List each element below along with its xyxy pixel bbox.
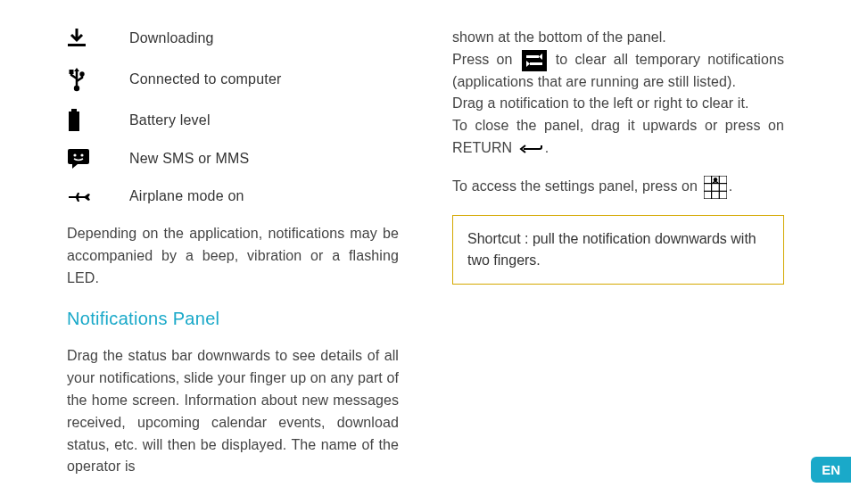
text-span: To close the panel, drag it upwards or p… [452, 118, 784, 155]
text-span: . [729, 178, 733, 194]
svg-point-2 [79, 71, 84, 76]
icon-label: Battery level [129, 112, 211, 128]
download-icon [67, 27, 129, 50]
svg-rect-6 [68, 149, 89, 164]
svg-rect-1 [70, 70, 74, 74]
sms-icon [67, 148, 129, 169]
svg-point-8 [80, 153, 83, 156]
shortcut-box: Shortcut : pull the notification downwar… [452, 215, 784, 285]
svg-rect-4 [71, 109, 77, 112]
right-paragraph-1: shown at the bottom of the panel. Press … [452, 27, 784, 160]
airplane-icon [67, 186, 129, 207]
text-span: To access the settings panel, press on [452, 178, 702, 194]
icon-row: Airplane mode on [67, 186, 399, 207]
text-span: . [545, 140, 549, 155]
svg-rect-5 [69, 112, 79, 131]
svg-rect-9 [526, 55, 539, 58]
icon-row: Downloading [67, 27, 399, 50]
icon-label: Airplane mode on [129, 188, 244, 204]
right-column: shown at the bottom of the panel. Press … [426, 27, 797, 477]
icon-row: New SMS or MMS [67, 148, 399, 169]
text-span: Press on [452, 52, 520, 67]
svg-rect-0 [68, 44, 86, 46]
svg-point-16 [713, 178, 716, 181]
notifications-panel-heading: Notifications Panel [67, 309, 399, 329]
svg-rect-10 [530, 62, 542, 65]
clear-icon [522, 50, 547, 71]
status-icon-list: Downloading Connected to computer [67, 27, 399, 207]
svg-point-7 [73, 153, 76, 156]
svg-point-3 [74, 86, 79, 91]
usb-icon [67, 66, 129, 93]
text-span: shown at the bottom of the panel. [452, 29, 666, 45]
beep-paragraph: Depending on the application, notificati… [67, 223, 399, 289]
language-badge: EN [811, 457, 851, 483]
right-paragraph-2: To access the settings panel, press on . [452, 176, 784, 199]
icon-label: Connected to computer [129, 71, 282, 87]
settings-grid-icon [704, 176, 727, 199]
text-span: Drag a notification to the left or right… [452, 95, 749, 111]
icon-label: Downloading [129, 30, 214, 46]
shortcut-text: Shortcut : pull the notification downwar… [467, 231, 756, 268]
battery-icon [67, 109, 129, 132]
icon-row: Connected to computer [67, 66, 399, 93]
left-column: Downloading Connected to computer [54, 27, 426, 477]
icon-row: Battery level [67, 109, 399, 132]
icon-label: New SMS or MMS [129, 151, 249, 167]
return-icon [518, 137, 543, 160]
drag-paragraph: Drag the status bar downwards to see det… [67, 345, 399, 478]
